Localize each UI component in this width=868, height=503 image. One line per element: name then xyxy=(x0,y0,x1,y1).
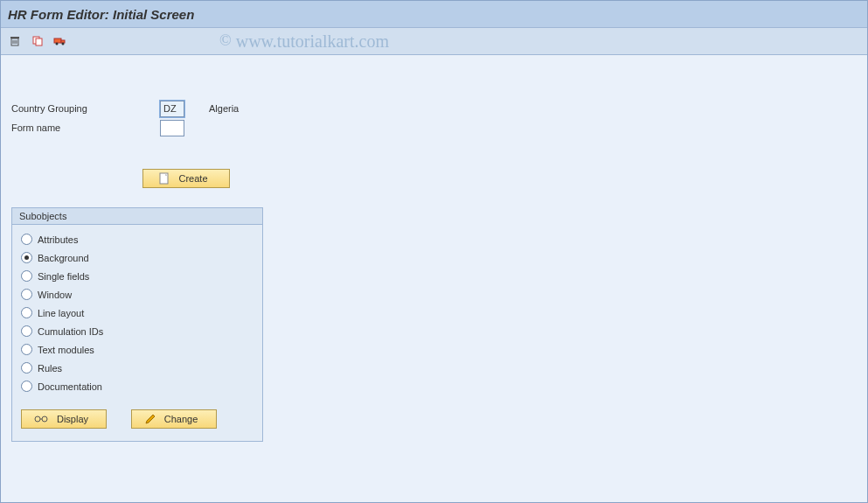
country-grouping-input[interactable] xyxy=(160,101,184,117)
radio-item-background[interactable]: Background xyxy=(21,248,253,267)
create-button-label: Create xyxy=(178,173,207,184)
radio-item-attributes[interactable]: Attributes xyxy=(21,230,253,248)
radio-input[interactable] xyxy=(21,252,32,263)
radio-item-window[interactable]: Window xyxy=(21,285,253,304)
radio-item-single-fields[interactable]: Single fields xyxy=(21,267,253,285)
radio-label: Line layout xyxy=(38,308,84,318)
glasses-icon xyxy=(34,415,48,423)
radio-label: Attributes xyxy=(38,234,78,245)
delete-button[interactable] xyxy=(6,32,24,50)
svg-marker-16 xyxy=(146,415,155,423)
radio-label: Window xyxy=(38,290,72,300)
new-document-icon xyxy=(159,172,170,185)
radio-item-rules[interactable]: Rules xyxy=(21,359,253,377)
create-button[interactable]: Create xyxy=(142,169,230,188)
trash-icon xyxy=(9,35,21,47)
radio-input[interactable] xyxy=(21,234,32,245)
svg-rect-4 xyxy=(10,37,19,38)
radio-item-documentation[interactable]: Documentation xyxy=(21,377,253,395)
title-bar: HR Form Editor: Initial Screen xyxy=(1,1,867,27)
display-button-label: Display xyxy=(57,414,88,424)
radio-label: Text modules xyxy=(38,345,94,355)
transport-button[interactable] xyxy=(52,32,69,50)
radio-item-cumulation-ids[interactable]: Cumulation IDs xyxy=(21,322,253,340)
change-button[interactable]: Change xyxy=(131,409,217,429)
radio-input[interactable] xyxy=(21,307,32,318)
subobjects-panel: Subobjects AttributesBackgroundSingle fi… xyxy=(11,207,263,442)
radio-label: Background xyxy=(38,253,89,263)
radio-input[interactable] xyxy=(21,344,32,355)
svg-rect-6 xyxy=(36,38,42,45)
radio-input[interactable] xyxy=(21,289,32,300)
form-name-input[interactable] xyxy=(160,120,184,136)
panel-title: Subobjects xyxy=(12,208,262,225)
radio-label: Single fields xyxy=(38,271,89,282)
country-grouping-desc: Algeria xyxy=(209,103,239,114)
change-button-label: Change xyxy=(164,414,198,424)
radio-label: Cumulation IDs xyxy=(38,326,103,337)
svg-point-9 xyxy=(56,43,59,45)
radio-label: Documentation xyxy=(38,381,102,392)
toolbar xyxy=(1,27,867,55)
watermark: © www.tutorialkart.com xyxy=(219,31,389,52)
radio-input[interactable] xyxy=(21,381,32,392)
radio-input[interactable] xyxy=(21,362,32,374)
svg-point-10 xyxy=(62,43,65,45)
radio-label: Rules xyxy=(38,363,62,374)
radio-input[interactable] xyxy=(21,270,32,282)
svg-point-13 xyxy=(35,416,40,422)
pencil-icon xyxy=(145,414,156,424)
radio-item-line-layout[interactable]: Line layout xyxy=(21,304,253,322)
page-title: HR Form Editor: Initial Screen xyxy=(8,7,194,22)
radio-item-text-modules[interactable]: Text modules xyxy=(21,340,253,359)
radio-input[interactable] xyxy=(21,325,32,337)
svg-point-14 xyxy=(42,416,47,422)
truck-icon xyxy=(53,35,67,47)
form-name-label: Form name xyxy=(11,122,160,133)
display-button[interactable]: Display xyxy=(21,409,107,429)
country-grouping-label: Country Grouping xyxy=(11,103,160,114)
svg-rect-7 xyxy=(54,38,61,43)
copy-icon xyxy=(31,35,44,47)
copy-button[interactable] xyxy=(29,32,46,50)
